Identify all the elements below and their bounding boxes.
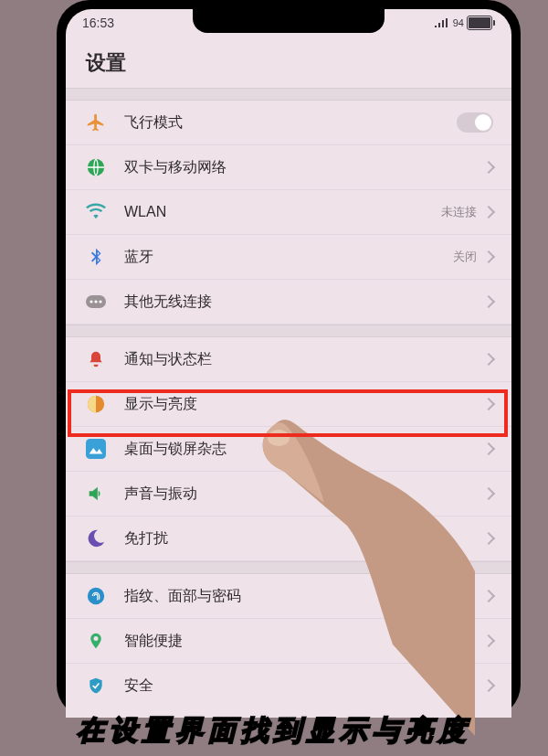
screen: 16:53 94 设置 飞行 xyxy=(66,9,511,718)
airplane-toggle[interactable] xyxy=(457,112,493,133)
chevron-right-icon xyxy=(482,634,495,647)
row-label: 双卡与移动网络 xyxy=(124,158,484,177)
more-icon xyxy=(84,290,108,314)
svg-point-7 xyxy=(88,588,104,604)
row-label: 免打扰 xyxy=(124,529,484,548)
row-label: 智能便捷 xyxy=(124,632,484,651)
notch xyxy=(193,9,385,33)
page-title: 设置 xyxy=(66,37,511,88)
row-label: WLAN xyxy=(124,204,441,220)
airplane-icon xyxy=(84,111,108,134)
row-value: 关闭 xyxy=(453,249,477,265)
row-bluetooth[interactable]: 蓝牙 关闭 xyxy=(66,235,511,280)
group-separator xyxy=(66,88,511,101)
chevron-right-icon xyxy=(482,442,495,455)
chevron-right-icon xyxy=(482,295,495,308)
bell-icon xyxy=(84,347,108,371)
row-value: 未连接 xyxy=(441,204,477,220)
row-other-wireless[interactable]: 其他无线连接 xyxy=(66,280,511,325)
row-airplane-mode[interactable]: 飞行模式 xyxy=(66,101,511,145)
row-fingerprint-face-password[interactable]: 指纹、面部与密码 xyxy=(66,574,511,619)
chevron-right-icon xyxy=(482,487,495,500)
phone-frame: 16:53 94 设置 飞行 xyxy=(57,0,521,718)
photo-background: 16:53 94 设置 飞行 xyxy=(0,0,548,756)
row-label: 通知与状态栏 xyxy=(124,350,484,369)
row-label: 指纹、面部与密码 xyxy=(124,587,484,606)
chevron-right-icon xyxy=(482,679,495,692)
chevron-right-icon xyxy=(482,161,495,174)
svg-point-2 xyxy=(90,300,92,303)
signal-icon xyxy=(435,16,448,30)
location-icon xyxy=(84,629,108,653)
bluetooth-icon xyxy=(84,245,108,269)
tutorial-highlight-box xyxy=(68,389,508,437)
row-label: 飞行模式 xyxy=(124,113,457,133)
status-time: 16:53 xyxy=(82,16,114,30)
svg-rect-6 xyxy=(86,439,106,459)
row-label: 安全 xyxy=(124,676,484,696)
fingerprint-icon xyxy=(84,584,108,608)
row-label: 桌面与锁屏杂志 xyxy=(124,440,484,459)
row-sound-vibration[interactable]: 声音与振动 xyxy=(66,472,511,516)
row-smart-convenience[interactable]: 智能便捷 xyxy=(66,619,511,664)
row-label: 声音与振动 xyxy=(124,484,484,504)
row-label: 蓝牙 xyxy=(124,248,453,267)
caption-text: 在设置界面找到显示与亮度 xyxy=(77,712,471,750)
chevron-right-icon xyxy=(482,353,495,366)
battery-icon: 94 xyxy=(453,16,495,30)
svg-point-4 xyxy=(99,300,101,303)
row-sim-network[interactable]: 双卡与移动网络 xyxy=(66,145,511,190)
shield-icon xyxy=(84,674,108,697)
row-do-not-disturb[interactable]: 免打扰 xyxy=(66,516,511,561)
row-security[interactable]: 安全 xyxy=(66,664,511,708)
row-notifications[interactable]: 通知与状态栏 xyxy=(66,337,511,382)
chevron-right-icon xyxy=(482,532,495,545)
chevron-right-icon xyxy=(482,590,495,602)
group-separator xyxy=(66,325,511,337)
tutorial-caption: 在设置界面找到显示与亮度 xyxy=(0,705,548,756)
globe-icon xyxy=(84,155,108,179)
image-icon xyxy=(84,437,108,461)
speaker-icon xyxy=(84,482,108,506)
group-separator xyxy=(66,561,511,574)
wifi-icon xyxy=(84,200,108,224)
chevron-right-icon xyxy=(482,206,495,218)
chevron-right-icon xyxy=(482,250,495,263)
row-wlan[interactable]: WLAN 未连接 xyxy=(66,190,511,235)
moon-icon xyxy=(84,527,108,550)
row-label: 其他无线连接 xyxy=(124,293,484,312)
svg-point-3 xyxy=(94,300,97,303)
